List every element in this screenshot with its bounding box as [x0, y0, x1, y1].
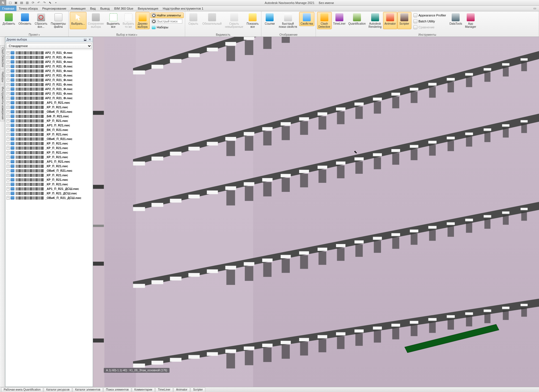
- qat-more-icon[interactable]: [53, 1, 58, 5]
- ribbon-btn-Добавить[interactable]: Добавить: [1, 12, 16, 26]
- qat-redo-icon[interactable]: ↷: [42, 1, 46, 5]
- tree-item[interactable]: +_КР_П_R21.nwc: [5, 118, 93, 123]
- ribbon-btn-App Manager[interactable]: AppManager: [464, 12, 478, 29]
- ribbon-btn-Найти элементы[interactable]: Найти элементы: [150, 12, 184, 18]
- menu-Вид[interactable]: Вид: [88, 6, 98, 11]
- expand-icon[interactable]: +: [7, 97, 10, 100]
- panel-close-icon[interactable]: ✕: [88, 38, 92, 42]
- tree-mode-combo[interactable]: Стандартное: [6, 43, 92, 49]
- tree-item[interactable]: +АР2_П_R21_Ф.nwc: [5, 60, 93, 64]
- ribbon-btn-Batch Utility[interactable]: Batch Utility: [412, 18, 447, 24]
- ribbon-btn-Сбросить все...[interactable]: Сброситьвсе...: [33, 12, 48, 29]
- side-tab-Наборы[interactable]: Наборы: [0, 70, 5, 84]
- ribbon-btn-Быстрый поиск[interactable]: [150, 18, 184, 24]
- expand-icon[interactable]: +: [7, 69, 10, 73]
- ribbon-btn-Параметры файла[interactable]: Параметрыфайла: [49, 12, 67, 29]
- expand-icon[interactable]: +: [7, 147, 10, 150]
- qat-save-icon[interactable]: ▤: [19, 1, 24, 5]
- ribbon-btn-Appearance Profiler[interactable]: Appearance Profiler: [412, 12, 447, 18]
- expand-icon[interactable]: +: [7, 169, 10, 172]
- tree-item[interactable]: +АР2_П_R21_Ф.nwc: [5, 69, 93, 73]
- expand-icon[interactable]: +: [7, 56, 10, 59]
- expand-icon[interactable]: +: [7, 101, 10, 104]
- viewport-3d[interactable]: А.1(-60)-1.1(-40) : К1_09_Этаж_основной …: [93, 37, 539, 387]
- tree-item[interactable]: +АР2_П_R21_Ф.nwc: [5, 64, 93, 69]
- tree-item[interactable]: +_АР1_П_R21.nwc: [5, 159, 93, 164]
- qat-new-icon[interactable]: ▢: [8, 1, 12, 5]
- expand-icon[interactable]: +: [7, 178, 10, 181]
- quick-find-input[interactable]: [157, 19, 182, 24]
- ribbon-btn-TimeLiner[interactable]: TimeLiner: [332, 12, 347, 29]
- ribbon-btn-Показать все[interactable]: Показатьвсе: [245, 12, 260, 29]
- group-label-select[interactable]: Выбор и поиск: [70, 33, 184, 37]
- menu-toggle-icon[interactable]: ▭: [532, 6, 537, 11]
- bottom-tab-Каталог ресурсов[interactable]: Каталог ресурсов: [44, 387, 72, 392]
- tree-item[interactable]: +_КР_П_R21.nwc: [5, 150, 93, 155]
- panel-pin-icon[interactable]: ⬓: [83, 38, 87, 42]
- menu-Надстройки инструментов 1[interactable]: Надстройки инструментов 1: [160, 6, 206, 11]
- expand-icon[interactable]: +: [7, 83, 10, 86]
- expand-icon[interactable]: +: [7, 79, 10, 82]
- tree-item[interactable]: +_КР_П_R21.nwc: [5, 105, 93, 109]
- menu-Точка обзора[interactable]: Точка обзора: [16, 6, 40, 11]
- expand-icon[interactable]: +: [7, 51, 10, 54]
- bottom-tab-Animator[interactable]: Animator: [174, 387, 190, 392]
- expand-icon[interactable]: +: [7, 115, 10, 118]
- menu-Рецензирование[interactable]: Рецензирование: [40, 6, 69, 11]
- expand-icon[interactable]: +: [7, 156, 10, 159]
- ribbon-btn-Clash Detective[interactable]: ClashDetective: [317, 12, 332, 29]
- bottom-tab-Комментарии[interactable]: Комментарии: [132, 387, 155, 392]
- tree-item[interactable]: +_ОВиК_П_R21.nwc: [5, 109, 93, 114]
- tree-item[interactable]: +АР2_П_R21_Ф.nwc: [5, 91, 93, 96]
- selection-tree[interactable]: +АР2_П_R21_Ф.nwc+АР2_П_R21_Ф.nwc+АР2_П_R…: [5, 50, 93, 387]
- tree-item[interactable]: +_КР_П_R21.nwc: [5, 182, 93, 187]
- side-tab-Clash Detective[interactable]: Clash Detective: [0, 45, 5, 69]
- qat-refresh-icon[interactable]: ⟳: [31, 1, 35, 5]
- tree-item[interactable]: +_КР_П_R21.nwc: [5, 155, 93, 159]
- tree-item[interactable]: +АР2_П_R21_Ф.nwc: [5, 78, 93, 82]
- qat-undo-icon[interactable]: ↶: [36, 1, 41, 5]
- side-tab-Инструменты измерения[interactable]: Инструменты измерения: [0, 85, 5, 121]
- expand-icon[interactable]: +: [7, 106, 10, 109]
- expand-icon[interactable]: +: [7, 133, 10, 136]
- bottom-tab-TimeLiner[interactable]: TimeLiner: [155, 387, 173, 392]
- ribbon-btn-Quantification[interactable]: Quantification: [347, 12, 367, 29]
- expand-icon[interactable]: +: [7, 196, 10, 200]
- group-label-project[interactable]: Проект: [1, 33, 67, 37]
- tree-item[interactable]: +_ВК_П_R21.nwc: [5, 128, 93, 132]
- ribbon-btn-Быстрый показ свойств[interactable]: Быстрыйпоказ свойств: [277, 12, 299, 29]
- ribbon-btn-Animator[interactable]: Animator: [383, 12, 397, 29]
- tree-item[interactable]: +_АР1_П_R21.nwc: [5, 100, 93, 105]
- tree-item[interactable]: +_КР_П_R21.nwc: [5, 173, 93, 177]
- expand-icon[interactable]: +: [7, 183, 10, 186]
- menu-Главная[interactable]: Главная: [0, 6, 16, 11]
- tree-item[interactable]: +_КР_П_R21.nwc: [5, 177, 93, 182]
- expand-icon[interactable]: +: [7, 74, 10, 77]
- tree-item[interactable]: +_КР_П_R21.nwc: [5, 141, 93, 146]
- tree-item[interactable]: +_ОВиК_П_R21.nwc: [5, 168, 93, 173]
- tree-item[interactable]: +АР2_П_R21_Ф.nwc: [5, 55, 93, 60]
- expand-icon[interactable]: +: [7, 137, 10, 141]
- menu-BIM 360 Glue[interactable]: BIM 360 Glue: [112, 6, 136, 11]
- expand-icon[interactable]: +: [7, 160, 10, 163]
- bottom-tab-Каталог элементов[interactable]: Каталог элементов: [73, 387, 103, 392]
- tree-item[interactable]: +АР2_П_R21_Ф.nwc: [5, 82, 93, 87]
- tree-item[interactable]: +АР2_П_R21_Ф.nwc: [5, 50, 93, 55]
- tree-item[interactable]: +_КР_П_R21.nwc: [5, 146, 93, 150]
- bottom-tab-Рабочая книга Quantification[interactable]: Рабочая книга Quantification: [1, 387, 43, 392]
- ribbon-btn-Ссылки[interactable]: Ссылки: [263, 12, 277, 26]
- tree-item[interactable]: +_АР1_П_R21.nwc: [5, 123, 93, 128]
- expand-icon[interactable]: +: [7, 128, 10, 132]
- menu-Визуализация[interactable]: Визуализация: [136, 6, 160, 11]
- ribbon-btn-Выделить все[interactable]: Выделитьвсе: [105, 12, 121, 29]
- qat-open-icon[interactable]: ▣: [14, 1, 18, 5]
- tree-item[interactable]: +АР2_П_R21_Ф.nwc: [5, 73, 93, 78]
- expand-icon[interactable]: +: [7, 119, 10, 122]
- ribbon-btn-Выбрать...[interactable]: Выбрать...: [70, 12, 86, 29]
- tree-item[interactable]: +_КР_П_R21.nwc: [5, 132, 93, 137]
- ribbon-btn-Свойства[interactable]: Свойства: [299, 12, 314, 26]
- qat-print-icon[interactable]: ▥: [25, 1, 29, 5]
- expand-icon[interactable]: +: [7, 174, 10, 177]
- tree-item[interactable]: +_БФ_П_R21.nwc: [5, 114, 93, 118]
- tree-item[interactable]: +АР2_П_R21_Ф.nwc: [5, 96, 93, 100]
